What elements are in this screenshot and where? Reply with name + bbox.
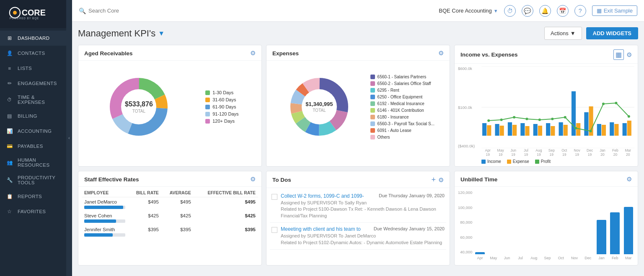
svg-point-50 — [487, 119, 490, 122]
sidebar-item-billing[interactable]: ▤ Billing — [0, 108, 66, 124]
unbilled-bar-dec — [582, 190, 594, 254]
sidebar-item-favorites[interactable]: ☆ Favorites — [0, 204, 66, 219]
sidebar-item-contacts[interactable]: 👤 Contacts — [0, 46, 66, 61]
legend-item-office-equip: 6250 - Office Equipment — [370, 95, 435, 99]
svg-rect-32 — [520, 123, 525, 136]
svg-rect-49 — [627, 121, 631, 136]
unbilled-bar-aug — [528, 190, 540, 254]
legend-income-dot — [481, 160, 486, 164]
timer-icon-btn[interactable]: ⏱ — [504, 5, 516, 17]
unbilled-time-header: Unbilled Time ⚙ — [455, 171, 638, 187]
legend-dot-insurance — [370, 115, 375, 119]
unbilled-bars-section: Apr May Jun Jul Aug Sep Oct Nov Dec Ja — [474, 190, 634, 263]
expenses-widget: Expenses ⚙ — [266, 45, 450, 167]
svg-point-57 — [574, 127, 577, 129]
billing-icon: ▤ — [6, 112, 13, 120]
page-title-dropdown-icon[interactable]: ▼ — [158, 30, 165, 37]
todo-checkbox-2[interactable] — [272, 227, 277, 233]
chat-icon-btn[interactable]: 💬 — [522, 5, 533, 17]
svg-text:POWERED BY BQE: POWERED BY BQE — [10, 17, 39, 20]
actions-button[interactable]: Actions ▼ — [544, 27, 582, 40]
legend-item-medical: 6192 - Medical Insurance — [370, 101, 435, 106]
staff-rates-title: Staff Effective Rates — [84, 176, 139, 183]
todo-item-2: Meeeting with client and his team to Due… — [270, 223, 446, 250]
hr-icon: 👥 — [6, 159, 13, 166]
unbilled-bar-jun — [501, 190, 513, 254]
topbar: 🔍 BQE Core Accounting ▼ ⏱ 💬 🔔 📅 ? ▦ Ex — [72, 0, 644, 22]
sidebar-item-dashboard[interactable]: ⊞ Dashboard — [0, 31, 66, 46]
aged-receivables-widget: Aged Receivables ⚙ — [78, 45, 262, 167]
topbar-brand[interactable]: BQE Core Accounting ▼ — [439, 8, 498, 14]
staff-rates-thead: EMPLOYEE BILL RATE AVERAGE EFFECTIVE BIL… — [82, 188, 258, 197]
x-axis-labels: Apr19 May19 Jun19 Jul19 Aug19 Sep19 Oct1… — [481, 148, 634, 158]
income-vs-expenses-filter-icon[interactable]: ⚙ — [626, 51, 632, 59]
expenses-filter-icon[interactable]: ⚙ — [438, 49, 444, 57]
svg-point-52 — [513, 116, 515, 119]
sidebar-item-hr[interactable]: 👥 Human Resources — [0, 154, 66, 171]
legend-item-insurance: 6180 - Insurance — [370, 115, 435, 119]
help-icon-btn[interactable]: ? — [574, 5, 586, 17]
sidebar-item-payables[interactable]: 💳 Payables — [0, 139, 66, 154]
legend-dot-401k — [370, 108, 375, 113]
topbar-icons: ⏱ 💬 🔔 📅 ? — [504, 5, 586, 17]
accounting-icon: 📊 — [6, 127, 13, 135]
sidebar-item-engagements[interactable]: ✏ Engagements — [0, 76, 66, 91]
actions-chevron-icon: ▼ — [570, 30, 576, 36]
svg-rect-35 — [538, 126, 542, 136]
clock-icon: ⏱ — [6, 96, 13, 103]
legend-profit-dot — [535, 160, 539, 164]
svg-rect-46 — [610, 122, 614, 136]
sidebar-item-lists[interactable]: ≡ Lists — [0, 61, 66, 76]
sidebar-item-reports[interactable]: 📋 Reports — [0, 189, 66, 204]
svg-point-51 — [500, 119, 503, 121]
todos-add-icon[interactable]: + — [431, 175, 436, 184]
sidebar-item-accounting[interactable]: 📊 Accounting — [0, 124, 66, 139]
unbilled-bar-jan — [595, 190, 607, 254]
aged-receivables-body: $533,876 TOTAL 1-30 Days — [78, 61, 261, 153]
income-vs-expenses-title: Income vs. Expenses — [460, 52, 518, 58]
main-area: 🔍 BQE Core Accounting ▼ ⏱ 💬 🔔 📅 ? ▦ Ex — [72, 0, 644, 276]
income-vs-expenses-table-icon[interactable]: ▦ — [613, 49, 624, 60]
svg-rect-38 — [559, 122, 563, 136]
legend-dot-salaries-office — [370, 81, 375, 86]
legend-dot-medical — [370, 101, 375, 106]
topbar-right: BQE Core Accounting ▼ ⏱ 💬 🔔 📅 ? ▦ Exit S… — [439, 5, 637, 17]
legend-item-payroll-tax: 6560-3 - Payroll Tax Social S... — [370, 121, 435, 126]
legend-item-1-30: 1-30 Days — [205, 90, 238, 95]
svg-point-1 — [13, 11, 17, 15]
todo-title-1[interactable]: Collect W-2 forms, 1099-C and 1099- — [281, 193, 364, 199]
sidebar-item-productivity[interactable]: 🔧 Productivity Tools — [0, 171, 66, 189]
sidebar-item-time-expenses[interactable]: ⏱ Time & Expenses — [0, 91, 66, 108]
exit-sample-button[interactable]: ▦ Exit Sample — [592, 5, 637, 16]
svg-rect-42 — [584, 112, 588, 136]
unbilled-time-filter-icon[interactable]: ⚙ — [626, 175, 632, 183]
reports-icon: 📋 — [6, 193, 13, 200]
aged-receivables-filter-icon[interactable]: ⚙ — [250, 49, 256, 57]
sidebar-toggle[interactable]: ‹ — [66, 0, 72, 276]
search-input[interactable] — [88, 8, 196, 14]
todo-content-2: Meeeting with client and his team to Due… — [281, 226, 445, 246]
search-box: 🔍 — [79, 8, 196, 14]
add-widgets-button[interactable]: ADD WIDGETS — [586, 27, 638, 39]
unbilled-x-labels: Apr May Jun Jul Aug Sep Oct Nov Dec Ja — [474, 256, 634, 260]
todos-title: To Dos — [272, 177, 291, 183]
bell-icon-btn[interactable]: 🔔 — [539, 5, 551, 17]
todos-filter-icon[interactable]: ⚙ — [438, 176, 444, 184]
calendar-icon-btn[interactable]: 📅 — [557, 5, 569, 17]
aged-receivables-legend: 1-30 Days 31-60 Days 61-90 Days — [205, 90, 238, 124]
svg-rect-27 — [487, 125, 491, 136]
todo-title-2[interactable]: Meeeting with client and his team to — [281, 226, 361, 232]
svg-rect-37 — [551, 126, 555, 136]
todo-due-2: Due Wednesday January 15, 2020 — [374, 226, 445, 232]
unbilled-time-title: Unbilled Time — [460, 176, 497, 183]
svg-rect-31 — [512, 125, 517, 136]
staff-rates-filter-icon[interactable]: ⚙ — [250, 175, 256, 183]
svg-rect-47 — [614, 124, 618, 136]
unbilled-bar-apr — [474, 190, 486, 254]
svg-point-54 — [538, 119, 541, 121]
todo-checkbox-1[interactable] — [272, 194, 277, 200]
unbilled-bar-sep — [541, 190, 553, 254]
payables-icon: 💳 — [6, 142, 13, 150]
svg-rect-28 — [495, 124, 499, 136]
unbilled-bar-nov — [569, 190, 580, 254]
